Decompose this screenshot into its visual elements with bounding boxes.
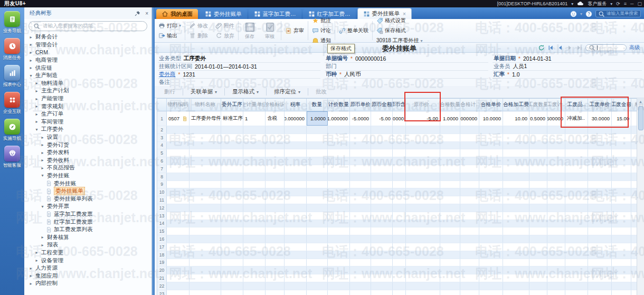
cell[interactable] [460, 126, 479, 134]
cell[interactable] [631, 235, 637, 243]
cell[interactable] [565, 181, 588, 188]
cell[interactable] [221, 134, 243, 141]
help-icon[interactable] [585, 11, 592, 17]
cell[interactable] [307, 251, 328, 259]
table-row[interactable]: 14 [157, 220, 637, 228]
cell[interactable] [221, 251, 243, 259]
cell[interactable] [440, 220, 460, 227]
cell[interactable] [460, 259, 479, 267]
chevron-right-icon[interactable]: ▸ [40, 150, 45, 155]
cell[interactable] [612, 173, 631, 180]
cell[interactable] [221, 220, 243, 227]
cell[interactable] [612, 235, 631, 243]
table-row[interactable]: 12 [157, 204, 637, 212]
cell[interactable] [190, 259, 221, 267]
cell[interactable] [460, 149, 479, 157]
cell[interactable] [266, 274, 285, 282]
cell[interactable] [529, 259, 547, 267]
cell[interactable] [565, 251, 588, 259]
cell[interactable] [406, 157, 440, 165]
cell[interactable] [167, 274, 190, 282]
table-row[interactable]: 11 [157, 196, 637, 204]
toolbar-button[interactable]: 附件 [214, 22, 236, 30]
cell[interactable] [440, 267, 460, 274]
tree-item[interactable]: ▸集团应用 [24, 272, 151, 280]
column-header[interactable]: 原币价.. [406, 99, 440, 111]
cell[interactable] [285, 157, 307, 165]
cell[interactable] [167, 157, 190, 165]
cell[interactable] [221, 142, 243, 149]
cell[interactable] [565, 235, 588, 243]
tree-item[interactable]: ▸内部控制 [24, 280, 151, 288]
cell[interactable] [167, 165, 190, 173]
cell[interactable] [285, 142, 307, 149]
cell[interactable] [243, 188, 266, 196]
reference-icon[interactable] [182, 116, 187, 121]
cell[interactable] [503, 165, 529, 173]
first-record-icon[interactable] [547, 44, 554, 51]
cell[interactable] [285, 243, 307, 251]
cell[interactable] [190, 181, 221, 188]
cell[interactable] [612, 282, 631, 290]
cell[interactable] [221, 204, 243, 212]
cell[interactable] [393, 220, 406, 227]
cell[interactable] [167, 204, 190, 212]
cell[interactable] [565, 134, 588, 141]
cell[interactable] [266, 290, 285, 295]
cell[interactable] [631, 181, 637, 188]
cell[interactable] [612, 227, 631, 235]
scrollbar-thumb[interactable] [638, 106, 643, 130]
cell[interactable] [440, 251, 460, 259]
cell[interactable] [631, 126, 637, 134]
column-header[interactable]: 主计量单位 [243, 99, 266, 111]
cell[interactable] [167, 196, 190, 204]
cell[interactable] [350, 181, 371, 188]
cell[interactable] [190, 243, 221, 251]
cell[interactable] [406, 290, 440, 295]
cell[interactable] [190, 204, 221, 212]
cell[interactable] [547, 290, 565, 295]
cell[interactable] [440, 290, 460, 295]
cell[interactable] [371, 259, 393, 267]
cell[interactable] [350, 243, 371, 251]
form-field-币种[interactable]: 币种 * 人民币 [325, 71, 488, 79]
cell[interactable] [266, 126, 285, 134]
cell[interactable] [547, 235, 565, 243]
cell[interactable] [440, 157, 460, 165]
cell[interactable] [328, 212, 350, 220]
cell[interactable] [328, 165, 350, 173]
cell[interactable] [612, 157, 631, 165]
cell[interactable] [190, 212, 221, 220]
grid-toolbar-关联单据[interactable]: 关联单据 ▾ [186, 87, 221, 97]
cell[interactable] [243, 165, 266, 173]
tree-item[interactable]: ▸物料清单 [24, 80, 151, 88]
toolbar-button[interactable]: 格式设置 [375, 16, 424, 25]
cell[interactable] [547, 157, 565, 165]
cell[interactable]: -5.00 [371, 111, 393, 126]
cell[interactable] [479, 282, 503, 290]
table-row[interactable]: 10 [157, 188, 637, 196]
field-label[interactable]: 委外商 [159, 71, 176, 78]
cell[interactable] [479, 243, 503, 251]
cell[interactable] [460, 142, 479, 149]
cell[interactable] [529, 173, 547, 180]
cell[interactable] [406, 282, 440, 290]
cell[interactable] [479, 126, 503, 134]
chevron-down-icon[interactable]: ▾ [40, 204, 45, 209]
cell[interactable] [406, 181, 440, 188]
chevron-right-icon[interactable]: ▸ [34, 250, 39, 255]
cell[interactable] [243, 227, 266, 235]
table-row[interactable]: 23 [157, 290, 637, 295]
cell[interactable]: 1.000000 [328, 111, 350, 126]
cell[interactable] [307, 259, 328, 267]
cell[interactable] [440, 282, 460, 290]
cell[interactable] [266, 149, 285, 157]
cell[interactable] [503, 235, 529, 243]
cell[interactable] [190, 165, 221, 173]
toolbar-button[interactable]: 讨论 [310, 26, 333, 35]
cell[interactable] [371, 282, 393, 290]
chevron-down-icon[interactable]: ▾ [29, 73, 33, 78]
table-row[interactable]: 3 [157, 134, 637, 142]
cell[interactable] [588, 173, 612, 180]
cell[interactable] [479, 196, 503, 204]
